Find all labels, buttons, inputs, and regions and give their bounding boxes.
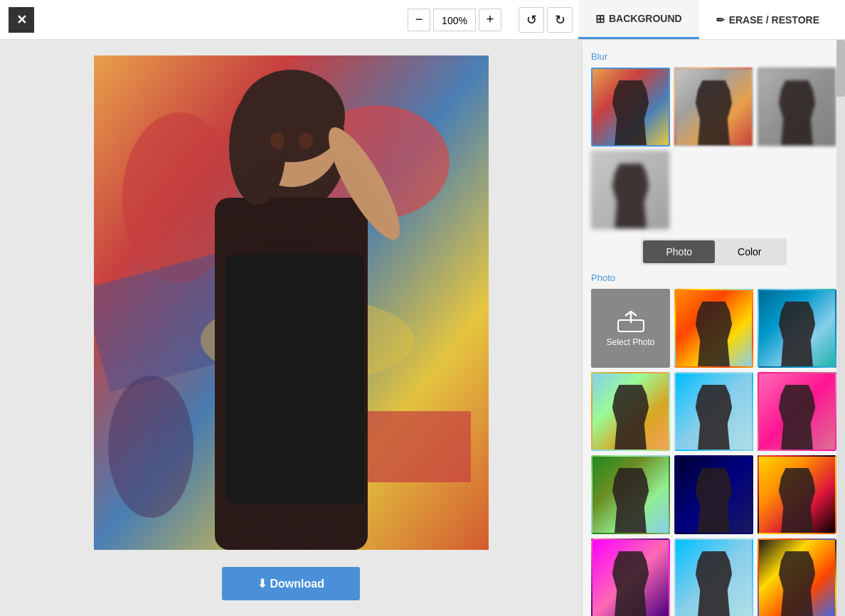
canvas-image-wrapper bbox=[94, 55, 489, 550]
svg-point-7 bbox=[240, 84, 346, 212]
history-controls: ↺ ↻ bbox=[519, 7, 573, 33]
figure-pink2 bbox=[607, 551, 653, 616]
toolbar: ✕ − 100% + ↺ ↻ ⊞ BACKGROUND ✏ ERASE / RE… bbox=[0, 0, 845, 40]
blur-section: Blur bbox=[591, 51, 836, 230]
background-tab-label: BACKGROUND bbox=[609, 13, 682, 24]
svg-rect-3 bbox=[94, 253, 248, 393]
figure-4 bbox=[607, 164, 653, 228]
photo-thumb-sky2[interactable] bbox=[674, 538, 753, 616]
tab-toggle-photo[interactable]: Photo bbox=[643, 240, 715, 263]
figure-1 bbox=[607, 80, 653, 145]
svg-point-1 bbox=[122, 112, 236, 283]
photo-thumb-mountain[interactable] bbox=[591, 455, 670, 534]
photo-thumb-city[interactable] bbox=[758, 455, 836, 534]
scrollbar-thumb[interactable] bbox=[836, 40, 845, 97]
figure-sky bbox=[691, 385, 736, 450]
right-tabs: ⊞ BACKGROUND ✏ ERASE / RESTORE bbox=[578, 0, 836, 39]
eraser-icon: ✏ bbox=[716, 14, 725, 26]
photo-thumb-night[interactable] bbox=[674, 455, 753, 534]
right-panel: Blur bbox=[582, 40, 845, 616]
figure-night bbox=[691, 468, 736, 533]
figure-mountain bbox=[607, 468, 653, 533]
photo-thumb-beach[interactable] bbox=[591, 372, 670, 451]
svg-point-10 bbox=[238, 70, 345, 162]
canvas-image bbox=[94, 55, 489, 550]
photo-thumb-sunset[interactable] bbox=[674, 289, 753, 368]
photo-thumb-city2[interactable] bbox=[758, 538, 836, 616]
upload-icon bbox=[617, 310, 645, 333]
figure-3 bbox=[774, 80, 819, 145]
photo-section-label: Photo bbox=[591, 272, 836, 283]
tab-erase-restore[interactable]: ✏ ERASE / RESTORE bbox=[699, 0, 836, 39]
svg-point-9 bbox=[242, 80, 341, 187]
figure-sunset bbox=[691, 302, 736, 366]
svg-point-15 bbox=[299, 132, 313, 149]
blur-thumb-4[interactable] bbox=[591, 151, 670, 230]
figure-sky2 bbox=[691, 551, 736, 616]
figure-beach bbox=[607, 385, 653, 450]
photo-thumb-sky[interactable] bbox=[674, 372, 753, 451]
zoom-value: 100% bbox=[433, 9, 476, 31]
svg-rect-0 bbox=[94, 55, 489, 550]
canvas-svg bbox=[94, 55, 489, 550]
svg-rect-13 bbox=[225, 255, 364, 504]
redo-button[interactable]: ↻ bbox=[547, 7, 573, 33]
undo-button[interactable]: ↺ bbox=[519, 7, 544, 33]
canvas-area: ⬇ Download bbox=[0, 40, 582, 616]
erase-tab-label: ERASE / RESTORE bbox=[729, 14, 819, 26]
photo-thumb-pink[interactable] bbox=[758, 372, 836, 451]
blur-thumbnail-grid bbox=[591, 68, 836, 230]
right-panel-scroll[interactable]: Blur bbox=[583, 40, 845, 616]
photo-thumbnail-grid: Select Photo bbox=[591, 289, 836, 616]
tab-toggle-color[interactable]: Color bbox=[715, 240, 784, 263]
figure-city bbox=[774, 468, 819, 533]
close-button[interactable]: ✕ bbox=[9, 7, 34, 33]
figure-pink bbox=[774, 385, 819, 450]
photo-section: Photo Select Photo bbox=[591, 272, 836, 616]
scrollbar-track bbox=[836, 40, 845, 616]
blur-thumb-3[interactable] bbox=[758, 68, 836, 147]
blur-thumb-2[interactable] bbox=[674, 68, 753, 147]
layers-icon: ⊞ bbox=[595, 12, 605, 26]
figure-city2 bbox=[774, 551, 819, 616]
redo-icon: ↻ bbox=[555, 12, 565, 28]
svg-point-12 bbox=[317, 120, 411, 248]
photo-color-toggle: Photo Color bbox=[641, 238, 786, 265]
photo-thumb-ocean[interactable] bbox=[758, 289, 836, 368]
figure-2 bbox=[691, 80, 736, 145]
svg-rect-8 bbox=[215, 198, 368, 550]
zoom-out-button[interactable]: − bbox=[408, 9, 430, 31]
tab-background[interactable]: ⊞ BACKGROUND bbox=[578, 0, 699, 39]
svg-point-4 bbox=[201, 297, 414, 383]
blur-thumb-original[interactable] bbox=[591, 68, 670, 147]
download-button[interactable]: ⬇ Download bbox=[222, 567, 360, 600]
svg-point-11 bbox=[229, 91, 286, 205]
zoom-controls: − 100% + bbox=[408, 9, 501, 31]
blur-section-label: Blur bbox=[591, 51, 836, 62]
figure-ocean bbox=[774, 302, 819, 366]
undo-icon: ↺ bbox=[526, 12, 537, 28]
photo-thumb-pink2[interactable] bbox=[591, 538, 670, 616]
svg-point-14 bbox=[270, 132, 285, 149]
select-photo-label: Select Photo bbox=[606, 337, 654, 347]
svg-point-2 bbox=[307, 105, 450, 219]
svg-rect-5 bbox=[343, 411, 471, 482]
zoom-in-button[interactable]: + bbox=[479, 9, 501, 31]
select-photo-tile[interactable]: Select Photo bbox=[591, 289, 670, 368]
svg-point-6 bbox=[108, 376, 193, 518]
main-layout: ⬇ Download Blur bbox=[0, 40, 845, 616]
